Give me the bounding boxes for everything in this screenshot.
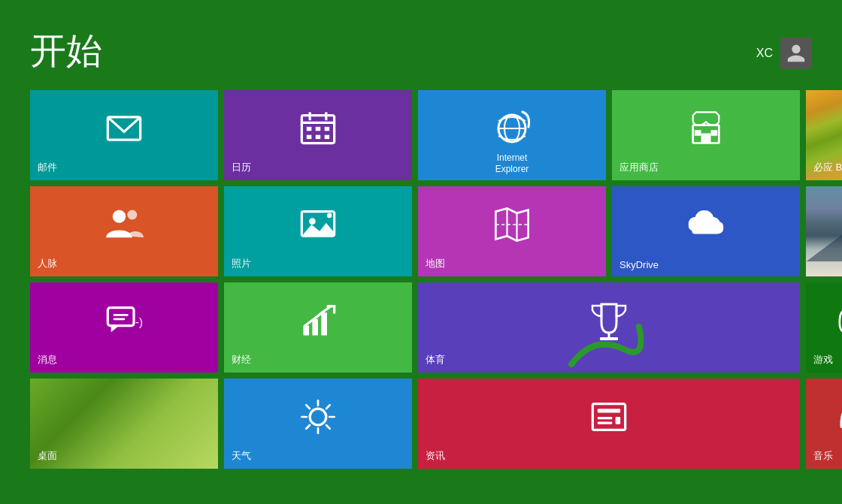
tile-ie[interactable]: InternetExplorer <box>418 90 606 180</box>
tile-weather-label: 天气 <box>232 449 251 463</box>
photos-icon <box>298 205 338 244</box>
svg-rect-17 <box>711 130 718 136</box>
tile-finance-label: 财经 <box>232 353 251 367</box>
tile-store-label: 应用商店 <box>619 161 659 174</box>
tile-finance[interactable]: 财经 <box>224 282 412 373</box>
calendar-icon <box>298 109 338 148</box>
svg-line-56 <box>326 405 330 409</box>
svg-marker-32 <box>111 326 120 333</box>
tile-ie-label: InternetExplorer <box>418 152 606 176</box>
tile-music[interactable]: 音乐 <box>806 379 842 469</box>
music-headphones-icon <box>835 397 842 436</box>
svg-rect-6 <box>316 127 321 131</box>
tile-photos[interactable]: 照片 <box>224 186 412 276</box>
tile-games[interactable]: 游戏 <box>806 282 842 373</box>
svg-point-19 <box>127 210 137 220</box>
svg-rect-40 <box>600 337 618 340</box>
user-icon <box>786 43 807 64</box>
svg-rect-62 <box>616 417 621 424</box>
mail-icon <box>104 109 144 148</box>
svg-line-54 <box>306 405 310 409</box>
tile-bing[interactable]: 必应 Bing <box>806 90 842 180</box>
svg-point-21 <box>309 218 316 225</box>
tile-news-label: 资讯 <box>426 449 445 463</box>
tile-mail[interactable]: 邮件 <box>30 90 218 180</box>
finance-icon <box>298 301 338 340</box>
user-area[interactable]: XC <box>756 38 812 75</box>
tile-calendar-label: 日历 <box>232 161 251 174</box>
tile-skydrive[interactable]: SkyDrive <box>612 186 800 276</box>
svg-marker-27 <box>806 207 842 261</box>
svg-rect-59 <box>598 409 620 412</box>
tile-desktop-label: 桌面 <box>38 449 57 463</box>
svg-rect-61 <box>598 422 613 424</box>
tile-calendar[interactable]: 日历 <box>224 90 412 180</box>
header: 开始 XC <box>0 0 842 83</box>
tile-people-label: 人脉 <box>38 257 57 270</box>
tile-sports[interactable]: 体育 <box>418 282 800 373</box>
user-name: XC <box>756 47 773 60</box>
store-icon <box>686 109 725 148</box>
svg-rect-16 <box>695 130 701 136</box>
mountain-decoration <box>806 200 842 261</box>
svg-line-55 <box>326 425 330 429</box>
svg-point-22 <box>327 213 332 219</box>
games-icon <box>835 301 842 340</box>
tile-bing-label: 必应 Bing <box>813 161 842 174</box>
tiles-grid: 邮件 日历 <box>30 90 842 469</box>
messaging-icon: :-) <box>104 301 144 340</box>
tile-desktop[interactable]: 桌面 <box>30 379 218 469</box>
svg-rect-60 <box>598 417 613 419</box>
svg-rect-38 <box>321 312 327 335</box>
tile-games-label: 游戏 <box>813 353 833 367</box>
tile-skydrive-label: SkyDrive <box>619 259 659 270</box>
svg-rect-36 <box>304 326 310 336</box>
tile-mail-label: 邮件 <box>38 161 57 174</box>
tile-news[interactable]: 资讯 <box>418 379 800 469</box>
svg-rect-10 <box>325 135 330 139</box>
weather-icon <box>298 397 338 436</box>
tile-maps-label: 地图 <box>426 257 445 270</box>
trophy-icon <box>586 298 632 343</box>
tile-messaging-label: 消息 <box>38 353 57 367</box>
tile-people[interactable]: 人脉 <box>30 186 218 276</box>
tile-messaging[interactable]: :-) 消息 <box>30 282 218 373</box>
svg-line-57 <box>306 425 310 429</box>
tile-music-label: 音乐 <box>813 449 833 463</box>
svg-rect-7 <box>325 127 330 131</box>
svg-rect-37 <box>312 319 318 336</box>
maps-icon <box>492 205 532 244</box>
news-icon <box>589 397 628 436</box>
tile-store[interactable]: 应用商店 <box>612 90 800 180</box>
skydrive-icon <box>686 205 725 244</box>
svg-point-18 <box>113 210 126 223</box>
svg-rect-31 <box>108 308 134 326</box>
svg-rect-8 <box>307 135 312 139</box>
svg-marker-23 <box>495 208 528 240</box>
tile-photos-label: 照片 <box>232 257 251 270</box>
svg-rect-9 <box>316 135 321 139</box>
tile-sports-label: 体育 <box>426 353 445 367</box>
svg-point-49 <box>310 409 326 425</box>
tile-maps[interactable]: 地图 <box>418 186 606 276</box>
tile-weather[interactable]: 天气 <box>224 379 412 469</box>
people-icon <box>104 205 144 244</box>
svg-rect-15 <box>701 134 711 143</box>
svg-rect-5 <box>307 127 312 131</box>
avatar[interactable] <box>780 38 812 69</box>
ie-icon <box>489 106 535 151</box>
svg-text::-): :-) <box>132 315 143 328</box>
page-title: 开始 <box>30 27 102 75</box>
tile-travel[interactable] <box>806 186 842 276</box>
